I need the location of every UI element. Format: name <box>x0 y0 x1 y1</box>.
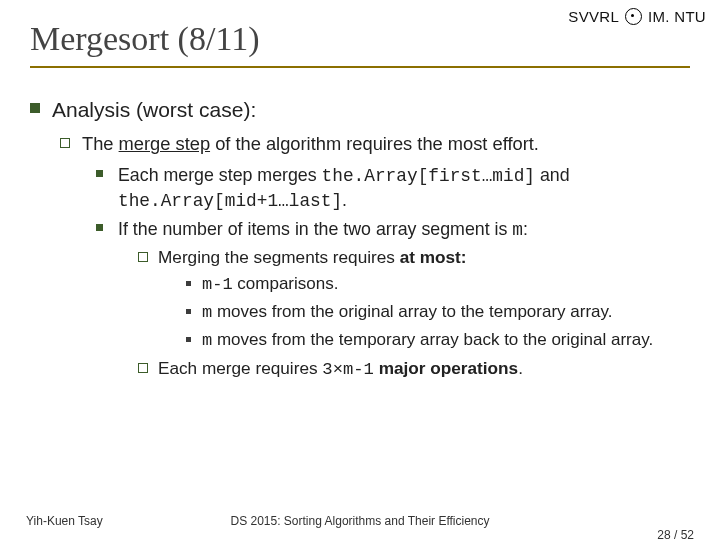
bullet-arrays: Each merge step merges the.Array[first…m… <box>96 163 704 213</box>
bullet-atmost: Merging the segments requires at most: m… <box>138 246 704 353</box>
t: Each merge requires <box>158 358 322 378</box>
bullet-moves-to-temp: m moves from the original array to the t… <box>184 301 704 325</box>
dept-text: IM. NTU <box>648 8 706 25</box>
header-org: SVVRL IM. NTU <box>568 8 706 25</box>
code: m <box>202 303 212 322</box>
t2: of the algorithm requires the most effor… <box>210 133 539 154</box>
code: the.Array[first…mid] <box>322 166 535 186</box>
code: m <box>512 220 523 240</box>
t: If the number of items in the two array … <box>118 219 512 239</box>
t-b: major operations <box>374 358 518 378</box>
code: m <box>202 331 212 350</box>
footer-pagenum: 28 / 52 <box>657 528 694 540</box>
code: the.Array[mid+1…last] <box>118 191 342 211</box>
t: moves from the original array to the tem… <box>212 302 612 321</box>
t: comparisons. <box>233 274 339 293</box>
bullet-moves-back: m moves from the temporary array back to… <box>184 329 704 353</box>
footer-course: DS 2015: Sorting Algorithms and Their Ef… <box>0 514 720 528</box>
org-text: SVVRL <box>568 8 619 25</box>
bullet-analysis: Analysis (worst case): The merge step of… <box>30 96 704 381</box>
bullet-m-items: If the number of items in the two array … <box>96 217 704 381</box>
t: The <box>82 133 119 154</box>
slide-content: Analysis (worst case): The merge step of… <box>0 68 720 381</box>
code: 3×m-1 <box>322 360 374 379</box>
bullet-mergestep: The merge step of the algorithm requires… <box>60 132 704 381</box>
bullet-total-ops: Each merge requires 3×m-1 major operatio… <box>138 357 704 381</box>
t: . <box>342 190 347 210</box>
text: Analysis (worst case): <box>52 98 256 121</box>
footer-author: Yih-Kuen Tsay <box>26 514 103 528</box>
bullet-comparisons: m-1 comparisons. <box>184 273 704 297</box>
t: and <box>535 165 570 185</box>
code: m-1 <box>202 275 233 294</box>
t-b: at most: <box>400 247 467 267</box>
t: Each merge step merges <box>118 165 322 185</box>
footer: Yih-Kuen Tsay DS 2015: Sorting Algorithm… <box>0 514 720 528</box>
t-u: merge step <box>119 133 210 154</box>
t: . <box>518 358 523 378</box>
at-icon <box>625 8 642 25</box>
t: Merging the segments requires <box>158 247 400 267</box>
t: : <box>523 219 528 239</box>
t: moves from the temporary array back to t… <box>212 330 653 349</box>
